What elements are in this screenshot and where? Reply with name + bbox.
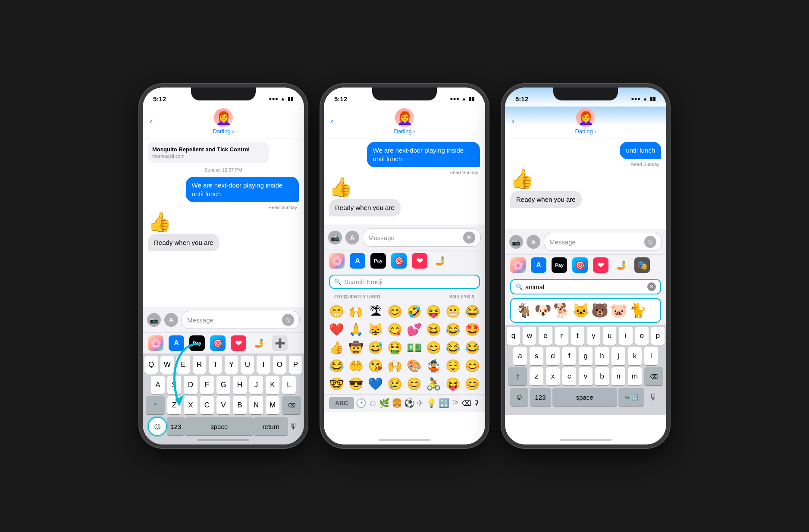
key-123-3[interactable]: 123: [530, 388, 551, 406]
contact-name-1[interactable]: Darling ›: [213, 128, 234, 135]
memoji-app-1[interactable]: 🤳: [251, 335, 267, 351]
key-lr-3[interactable]: r: [555, 327, 568, 345]
key-ldelete-3[interactable]: ⌫: [644, 367, 663, 385]
contact-name-3[interactable]: Darling ›: [575, 128, 596, 135]
key-space-1[interactable]: space: [185, 417, 254, 435]
emoji-30[interactable]: 🤹: [424, 357, 443, 374]
camera-button-2[interactable]: 📷: [328, 231, 342, 244]
clock-icon-2[interactable]: 🕐: [356, 398, 367, 408]
key-ls-3[interactable]: s: [530, 347, 543, 365]
memoji-app-3[interactable]: 🤳: [614, 257, 629, 273]
key-v-1[interactable]: V: [216, 396, 230, 414]
key-lf-3[interactable]: f: [562, 347, 576, 365]
applepay-app-3[interactable]: Pay: [552, 257, 567, 273]
key-lp-3[interactable]: p: [651, 327, 665, 345]
key-u-1[interactable]: U: [241, 356, 254, 374]
waveform-button-3[interactable]: ≋: [644, 236, 656, 248]
key-p-1[interactable]: P: [289, 356, 302, 374]
key-return-1[interactable]: return: [254, 417, 288, 435]
key-t-1[interactable]: T: [209, 356, 222, 374]
emoji-24[interactable]: 😂: [463, 339, 482, 356]
key-o-1[interactable]: O: [273, 356, 286, 374]
emoji-35[interactable]: 💙: [366, 375, 385, 392]
key-la-3[interactable]: a: [513, 347, 527, 365]
key-emoji-symbols-3[interactable]: ☺ 🔣: [618, 388, 644, 406]
key-lo-3[interactable]: o: [635, 327, 649, 345]
key-lv-3[interactable]: v: [579, 367, 593, 385]
emoji-8[interactable]: 😂: [463, 303, 482, 320]
memoji-app-2[interactable]: 🤳: [433, 253, 448, 269]
key-h-1[interactable]: H: [233, 376, 247, 394]
key-lc-3[interactable]: c: [562, 367, 576, 385]
emoji-36[interactable]: 😢: [386, 375, 404, 392]
appstore-app-3[interactable]: A: [531, 257, 546, 273]
nature-icon-2[interactable]: 🌿: [379, 398, 390, 408]
camera-button-3[interactable]: 📷: [509, 235, 523, 249]
emoji-search-input-3[interactable]: animal: [525, 283, 645, 291]
flag-icon-2[interactable]: 🏳: [451, 398, 460, 408]
apps-button-2[interactable]: A: [345, 231, 359, 244]
emoji-29[interactable]: 🎨: [405, 357, 423, 374]
emoji-10[interactable]: 🙏: [347, 321, 365, 338]
emoji-7[interactable]: 😬: [444, 303, 462, 320]
key-l-1[interactable]: L: [282, 376, 296, 394]
fitness-app-1[interactable]: 🎯: [210, 335, 226, 351]
emoji-34[interactable]: 😎: [347, 375, 365, 392]
fitness-app-2[interactable]: 🎯: [391, 253, 407, 269]
result-bear-3[interactable]: 🐻: [591, 302, 608, 319]
result-goat-3[interactable]: 🐐: [515, 302, 533, 319]
smiley-icon-2[interactable]: ☺: [369, 398, 377, 408]
emoji-14[interactable]: 😆: [424, 321, 443, 338]
message-input-2[interactable]: Message ≋: [363, 228, 481, 247]
key-lk-3[interactable]: k: [628, 347, 642, 365]
objects-icon-2[interactable]: 💡: [426, 398, 437, 408]
apps-button-1[interactable]: A: [164, 313, 178, 327]
emoji-39[interactable]: 😝: [444, 375, 462, 392]
key-lq-3[interactable]: q: [507, 327, 520, 345]
mic-emoji-2[interactable]: 🎙: [473, 399, 480, 407]
apps-button-3[interactable]: A: [527, 235, 540, 249]
key-lm-3[interactable]: m: [628, 367, 642, 385]
nav-avatar-2[interactable]: 👩‍🦰 Darling ›: [394, 108, 415, 135]
key-c-1[interactable]: C: [200, 396, 214, 414]
emoji-search-bar-3[interactable]: 🔍 animal ✕: [510, 279, 661, 294]
back-button-2[interactable]: ‹: [331, 117, 333, 126]
heart-app-2[interactable]: ❤: [412, 253, 427, 269]
key-e-1[interactable]: E: [176, 356, 190, 374]
key-m-1[interactable]: M: [266, 396, 279, 414]
key-ly-3[interactable]: y: [587, 327, 600, 345]
key-g-1[interactable]: G: [216, 376, 230, 394]
key-lg-3[interactable]: g: [579, 347, 593, 365]
emoji-13[interactable]: 💕: [405, 321, 423, 338]
key-n-1[interactable]: N: [249, 396, 263, 414]
key-lb-3[interactable]: b: [595, 367, 609, 385]
emoji-keyboard-button-1[interactable]: ☺: [148, 417, 167, 436]
key-ld-3[interactable]: d: [546, 347, 560, 365]
key-123-1[interactable]: 123: [167, 417, 185, 435]
key-s-1[interactable]: S: [167, 376, 181, 394]
heart-app-1[interactable]: ❤: [231, 335, 246, 351]
appstore-app-1[interactable]: A: [169, 335, 184, 351]
message-input-1[interactable]: Message ≋: [182, 311, 300, 329]
back-button-1[interactable]: ‹: [150, 117, 152, 126]
key-lx-3[interactable]: x: [546, 367, 560, 385]
key-lj-3[interactable]: j: [611, 347, 625, 365]
key-b-1[interactable]: B: [233, 396, 247, 414]
contact-name-2[interactable]: Darling ›: [394, 128, 415, 135]
key-w-1[interactable]: W: [160, 356, 174, 374]
key-j-1[interactable]: J: [249, 376, 263, 394]
heart-app-3[interactable]: ❤: [593, 257, 608, 273]
emoji-40[interactable]: 😊: [463, 375, 482, 392]
emoji-1[interactable]: 😁: [327, 303, 346, 320]
key-lu-3[interactable]: u: [603, 327, 616, 345]
applepay-app-1[interactable]: Pay: [189, 335, 205, 351]
key-z-1[interactable]: Z: [167, 396, 181, 414]
waveform-button-2[interactable]: ≋: [463, 232, 475, 244]
delete-emoji-2[interactable]: ⌫: [461, 399, 471, 407]
result-cat-3[interactable]: 🐱: [572, 302, 590, 319]
emoji-19[interactable]: 😅: [366, 339, 385, 356]
key-lz-3[interactable]: z: [530, 367, 543, 385]
link-preview-1[interactable]: Mosquito Repellent and Tick Control ther…: [148, 142, 269, 163]
mic-button-1[interactable]: 🎙: [288, 419, 299, 434]
result-pig-3[interactable]: 🐷: [610, 302, 627, 319]
